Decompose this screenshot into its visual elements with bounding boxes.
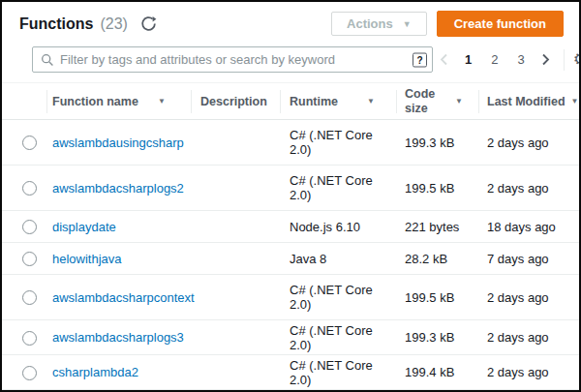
help-icon[interactable]: ?: [413, 52, 427, 67]
runtime-cell: Java 8: [280, 243, 396, 275]
table-row[interactable]: awslambdacsharplogs2 C# (.NET Core 2.0) …: [2, 166, 579, 211]
runtime-cell: C# (.NET Core 2.0): [280, 120, 396, 166]
sort-icon: ▼: [367, 97, 375, 106]
table-row[interactable]: csharplambda2 C# (.NET Core 2.0) 199.4 k…: [2, 355, 579, 390]
page-header: Functions (23) Actions ▼ Create function: [2, 2, 579, 44]
chevron-right-icon: [540, 53, 551, 66]
row-select-radio[interactable]: [22, 366, 37, 380]
runtime-cell: C# (.NET Core 2.0): [280, 320, 396, 355]
last-modified-cell: 7 days ago: [478, 243, 579, 275]
refresh-icon: [140, 15, 157, 32]
last-modified-cell: 2 days ago: [478, 355, 579, 390]
table-header-row: Function name ▼ Description Runtime ▼ Co…: [2, 83, 579, 120]
select-all-column-header: [2, 83, 46, 120]
code-size-cell: 199.4 kB: [396, 355, 478, 390]
row-select-radio[interactable]: [22, 331, 37, 346]
actions-button[interactable]: Actions ▼: [331, 12, 427, 36]
filter-toolbar: ? 1 2 3 ⚙: [2, 44, 579, 80]
lambda-functions-page: Functions (23) Actions ▼ Create function: [0, 0, 581, 392]
table-row[interactable]: awslambdacsharpcontext C# (.NET Core 2.0…: [2, 275, 579, 320]
function-name-link[interactable]: awslambdausingcsharp: [52, 136, 184, 150]
code-size-cell: 199.5 kB: [396, 166, 478, 211]
column-header-function-name[interactable]: Function name ▼: [46, 83, 191, 120]
runtime-cell: C# (.NET Core 2.0): [280, 355, 396, 390]
column-label: Description: [200, 95, 267, 108]
next-page-button[interactable]: [535, 53, 557, 66]
function-name-link[interactable]: displaydate: [52, 220, 116, 234]
description-cell: [191, 243, 280, 275]
last-modified-cell: 2 days ago: [478, 166, 579, 211]
column-label: Function name: [52, 95, 138, 108]
search-input[interactable]: [60, 52, 432, 67]
description-cell: [191, 120, 280, 166]
search-icon: [41, 53, 54, 67]
code-size-cell: 221 bytes: [396, 211, 478, 243]
settings-gear-icon[interactable]: ⚙: [573, 51, 581, 68]
chevron-down-icon: ▼: [403, 19, 412, 29]
column-header-runtime[interactable]: Runtime ▼: [280, 83, 396, 120]
column-header-last-modified[interactable]: Last Modified ▼: [478, 83, 579, 120]
row-select-radio[interactable]: [22, 252, 37, 266]
runtime-cell: C# (.NET Core 2.0): [280, 166, 396, 211]
code-size-cell: 199.5 kB: [396, 275, 478, 320]
sort-icon: ▼: [455, 97, 463, 106]
row-select-radio[interactable]: [22, 290, 37, 305]
code-size-cell: 199.3 kB: [396, 120, 478, 166]
chevron-left-icon: [439, 53, 449, 66]
table-row[interactable]: helowithjava Java 8 28.2 kB 7 days ago: [2, 243, 579, 275]
description-cell: [191, 211, 280, 243]
table-row[interactable]: displaydate Node.js 6.10 221 bytes 18 da…: [2, 211, 579, 243]
actions-button-label: Actions: [347, 16, 393, 31]
function-name-link[interactable]: awslambdacsharplogs2: [52, 181, 184, 196]
page-1-button[interactable]: 1: [455, 52, 481, 67]
description-cell: [191, 320, 280, 355]
functions-table: Function name ▼ Description Runtime ▼ Co…: [2, 82, 579, 390]
last-modified-cell: 2 days ago: [478, 275, 579, 320]
page-2-button[interactable]: 2: [481, 52, 507, 67]
description-cell: [191, 275, 280, 320]
row-select-radio[interactable]: [22, 220, 37, 234]
page-3-button[interactable]: 3: [507, 52, 534, 67]
functions-count: (23): [100, 15, 127, 33]
column-label: Runtime: [290, 95, 338, 108]
code-size-cell: 199.3 kB: [396, 320, 478, 355]
prev-page-button[interactable]: [433, 53, 455, 66]
column-label: Last Modified: [487, 95, 566, 108]
refresh-button[interactable]: [140, 15, 157, 32]
column-header-description: Description: [191, 83, 280, 120]
function-name-link[interactable]: awslambdacsharplogs3: [52, 330, 184, 345]
page-title: Functions: [19, 15, 93, 33]
column-header-code-size[interactable]: Code size ▼: [396, 83, 478, 120]
last-modified-cell: 18 days ago: [478, 211, 579, 243]
row-select-radio[interactable]: [22, 181, 37, 196]
description-cell: [191, 355, 280, 390]
function-name-link[interactable]: awslambdacsharpcontext: [52, 290, 195, 305]
last-modified-cell: 2 days ago: [478, 320, 579, 355]
code-size-cell: 28.2 kB: [396, 243, 478, 275]
table-row[interactable]: awslambdausingcsharp C# (.NET Core 2.0) …: [2, 120, 579, 166]
sort-icon: ▼: [158, 97, 166, 106]
last-modified-cell: 2 days ago: [478, 120, 579, 166]
function-name-link[interactable]: csharplambda2: [52, 365, 138, 379]
sort-icon: ▼: [571, 97, 579, 106]
runtime-cell: C# (.NET Core 2.0): [280, 275, 396, 320]
search-box[interactable]: ?: [32, 46, 433, 73]
runtime-cell: Node.js 6.10: [280, 211, 396, 243]
row-select-radio[interactable]: [22, 136, 37, 150]
column-label: Code size: [405, 87, 440, 116]
create-function-button[interactable]: Create function: [437, 11, 564, 37]
pagination: 1 2 3 ⚙: [433, 49, 581, 71]
table-row[interactable]: awslambdacsharplogs3 C# (.NET Core 2.0) …: [2, 320, 579, 355]
description-cell: [191, 166, 280, 211]
function-name-link[interactable]: helowithjava: [52, 252, 122, 266]
toolbar-divider: [564, 49, 565, 71]
